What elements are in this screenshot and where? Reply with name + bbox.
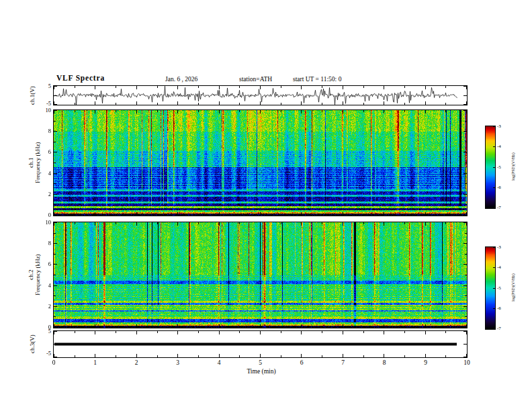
- time-tick-label: 6: [295, 359, 308, 366]
- ch2-colorbar-label: log(PSD)(V²/Hz): [511, 266, 515, 309]
- ch1-colorbar-canvas: [485, 126, 496, 209]
- ch2-channel-label: ch.2: [28, 244, 34, 305]
- time-tick-label: 10: [460, 359, 474, 366]
- ch2-spectrogram-canvas: [53, 222, 468, 328]
- ch1-colorbar-tick-label: -7: [497, 205, 509, 210]
- ch2-frequency-tick-label: 4: [40, 282, 51, 289]
- date-label: Jan. 6 , 2026: [165, 76, 197, 83]
- vlf-spectra-figure: VLF Spectra Jan. 6 , 2026 station=ATH st…: [0, 0, 532, 411]
- ch2-spectrogram-axis-label: ch.2 Frequency (kHz): [28, 244, 41, 305]
- time-tick-label: 2: [130, 359, 143, 366]
- time-tick-label: 3: [171, 359, 185, 366]
- ch3-ymin-label: -5: [39, 350, 51, 357]
- ch1-waveform-ymax-label: 5: [42, 83, 51, 89]
- ch2-frequency-tick-label: 0: [40, 324, 51, 330]
- ch1-channel-label: ch.1: [28, 132, 34, 193]
- ch2-colorbar-tick-label: -5: [497, 285, 509, 291]
- ch1-frequency-tick-label: 8: [40, 128, 51, 134]
- time-tick-label: 9: [419, 359, 433, 366]
- ch1-frequency-label: Frequency (kHz): [34, 132, 41, 193]
- ch1-spectrogram-axis-label: ch.1 Frequency (kHz): [28, 132, 41, 193]
- ch1-waveform-canvas: [53, 85, 468, 105]
- ch1-spectrogram-canvas: [53, 109, 468, 216]
- time-tick-label: 4: [212, 359, 226, 366]
- start-ut-label: start UT = 11:50: 0: [293, 76, 341, 83]
- ch2-frequency-tick-label: 10: [40, 219, 51, 226]
- ch1-waveform-axis-label: ch.1(V): [29, 82, 36, 109]
- time-tick-label: 8: [378, 359, 391, 366]
- ch1-frequency-tick-label: 0: [40, 212, 51, 218]
- ch1-frequency-tick-label: 4: [40, 170, 51, 177]
- figure-title: VLF Spectra: [56, 74, 105, 82]
- ch1-frequency-tick-label: 2: [40, 191, 51, 197]
- ch3-axis-label: ch.3(V): [29, 330, 36, 357]
- ch2-frequency-tick-label: 8: [40, 240, 51, 246]
- station-label: station=ATH: [239, 76, 272, 83]
- ch1-waveform-ymin-label: -5: [39, 100, 51, 107]
- ch2-frequency-tick-label: 2: [40, 303, 51, 310]
- ch2-colorbar-tick-label: -3: [497, 244, 509, 250]
- ch2-frequency-tick-label: 6: [40, 261, 51, 267]
- ch1-colorbar-tick-label: -6: [497, 185, 509, 190]
- ch2-frequency-label: Frequency (kHz): [34, 244, 41, 305]
- ch1-colorbar-tick-label: -4: [497, 144, 509, 149]
- ch1-frequency-tick-label: 6: [40, 148, 51, 155]
- ch1-frequency-tick-label: 10: [40, 107, 51, 113]
- ch1-colorbar-tick-label: -5: [497, 165, 509, 170]
- time-tick-label: 0: [47, 359, 60, 366]
- ch2-colorbar-tick-label: -6: [497, 306, 509, 311]
- ch1-colorbar-tick-label: -3: [497, 124, 509, 129]
- time-tick-label: 7: [337, 359, 350, 366]
- ch3-waveform-canvas: [53, 330, 468, 358]
- time-tick-label: 5: [254, 359, 267, 366]
- ch2-colorbar-tick-label: -7: [497, 326, 509, 331]
- ch2-colorbar-tick-label: -4: [497, 265, 509, 270]
- time-axis-label: Time (min): [233, 368, 290, 375]
- ch2-colorbar-canvas: [485, 246, 496, 330]
- ch1-colorbar-label: log(PSD)(V²/Hz): [511, 145, 515, 188]
- time-tick-label: 1: [89, 359, 102, 366]
